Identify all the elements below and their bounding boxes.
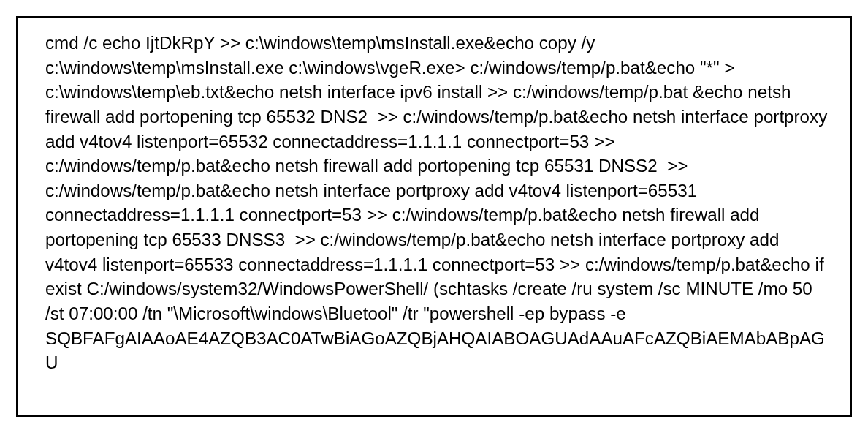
page-container: cmd /c echo IjtDkRpY >> c:\windows\temp\… <box>0 0 868 433</box>
command-text: cmd /c echo IjtDkRpY >> c:\windows\temp\… <box>45 31 830 375</box>
command-frame: cmd /c echo IjtDkRpY >> c:\windows\temp\… <box>16 16 852 417</box>
